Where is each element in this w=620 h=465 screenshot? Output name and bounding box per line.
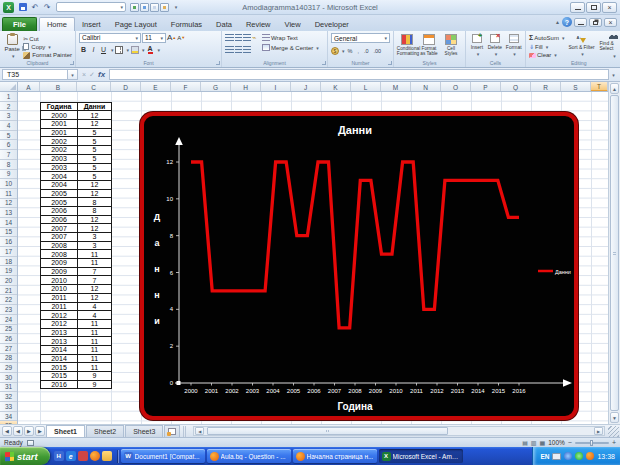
table-cell[interactable]: 11 bbox=[78, 354, 112, 363]
zoom-out-icon[interactable]: − bbox=[568, 439, 572, 446]
prev-sheet-icon[interactable]: ◀ bbox=[13, 426, 23, 436]
column-header-T[interactable]: T bbox=[591, 82, 608, 92]
format-painter-button[interactable]: Format Painter bbox=[23, 52, 72, 59]
row-header-11[interactable]: 11 bbox=[0, 189, 17, 199]
table-cell[interactable]: 8 bbox=[78, 206, 112, 215]
keyboard-icon[interactable] bbox=[552, 453, 561, 460]
percent-style-button[interactable]: % bbox=[346, 47, 355, 55]
row-header-16[interactable]: 16 bbox=[0, 237, 17, 247]
table-cell[interactable]: 2001 bbox=[41, 120, 78, 129]
table-cell[interactable]: 12 bbox=[78, 293, 112, 302]
resize-grip-icon[interactable] bbox=[608, 426, 619, 437]
table-cell[interactable]: 2006 bbox=[41, 215, 78, 224]
shrink-font-button[interactable]: A▼ bbox=[177, 35, 185, 41]
table-cell[interactable]: 11 bbox=[78, 250, 112, 259]
column-header-N[interactable]: N bbox=[411, 82, 441, 92]
column-header-F[interactable]: F bbox=[171, 82, 201, 92]
column-header-C[interactable]: C bbox=[77, 82, 111, 92]
sort-filter-button[interactable]: Sort & Filter ▾ bbox=[566, 33, 596, 59]
table-cell[interactable]: 5 bbox=[78, 154, 112, 163]
row-header-26[interactable]: 26 bbox=[0, 334, 17, 344]
row-header-15[interactable]: 15 bbox=[0, 228, 17, 238]
table-cell[interactable]: 3 bbox=[78, 241, 112, 250]
ribbon-tab-formulas[interactable]: Formulas bbox=[164, 17, 209, 31]
vertical-scrollbar[interactable]: ▲ ▼ bbox=[608, 82, 620, 424]
redo-button[interactable]: ↷ bbox=[41, 2, 53, 13]
table-cell[interactable]: 2002 bbox=[41, 137, 78, 146]
table-cell[interactable]: 2012 bbox=[41, 311, 78, 320]
ribbon-tab-page-layout[interactable]: Page Layout bbox=[108, 17, 164, 31]
taskbar-task[interactable]: WDocument1 [Compat... bbox=[121, 449, 205, 463]
row-header-3[interactable]: 3 bbox=[0, 111, 17, 121]
table-header-cell[interactable]: Година bbox=[41, 102, 78, 111]
table-cell[interactable]: 2010 bbox=[41, 285, 78, 294]
table-cell[interactable]: 11 bbox=[78, 319, 112, 328]
clock[interactable]: 13:38 bbox=[597, 453, 615, 460]
align-middle-icon[interactable] bbox=[235, 34, 242, 41]
table-cell[interactable]: 2003 bbox=[41, 154, 78, 163]
insert-cells-button[interactable]: Insert ▾ bbox=[469, 33, 485, 59]
align-bottom-icon[interactable] bbox=[243, 34, 251, 41]
sheet-tab-sheet3[interactable]: Sheet3 bbox=[125, 425, 163, 437]
file-tab[interactable]: File bbox=[2, 17, 37, 31]
clear-button[interactable]: Clear▾ bbox=[529, 51, 564, 59]
table-cell[interactable]: 2010 bbox=[41, 276, 78, 285]
ribbon-tab-review[interactable]: Review bbox=[239, 17, 278, 31]
tab-split-handle[interactable] bbox=[183, 426, 188, 437]
align-center-icon[interactable] bbox=[235, 46, 242, 53]
ribbon-tab-home[interactable]: Home bbox=[39, 17, 75, 31]
format-as-table-button[interactable]: Format as Table bbox=[419, 33, 439, 59]
column-header-O[interactable]: O bbox=[441, 82, 471, 92]
fill-color-button[interactable] bbox=[130, 45, 139, 55]
row-header-29[interactable]: 29 bbox=[0, 363, 17, 373]
table-cell[interactable]: 2012 bbox=[41, 319, 78, 328]
table-cell[interactable]: 2005 bbox=[41, 189, 78, 198]
table-cell[interactable]: 2011 bbox=[41, 293, 78, 302]
copy-button[interactable]: Copy▾ bbox=[23, 43, 72, 50]
scroll-down-icon[interactable]: ▼ bbox=[610, 412, 619, 423]
table-cell[interactable]: 4 bbox=[78, 302, 112, 311]
ribbon-tab-developer[interactable]: Developer bbox=[308, 17, 356, 31]
column-header-H[interactable]: H bbox=[231, 82, 261, 92]
underline-button[interactable]: U bbox=[99, 45, 108, 55]
zoom-slider-thumb[interactable] bbox=[590, 440, 593, 446]
row-header-25[interactable]: 25 bbox=[0, 325, 17, 335]
quick-launch-app-icon[interactable]: H bbox=[54, 451, 64, 461]
taskbar-task[interactable]: XMicrosoft Excel - Amo... bbox=[379, 449, 463, 463]
table-cell[interactable]: 5 bbox=[78, 172, 112, 181]
clipboard-dialog-launcher-icon[interactable] bbox=[70, 61, 74, 65]
row-header-23[interactable]: 23 bbox=[0, 305, 17, 315]
zoom-slider[interactable] bbox=[575, 442, 609, 444]
workbook-restore-button[interactable] bbox=[589, 18, 602, 27]
excel-app-icon[interactable]: X bbox=[3, 2, 14, 13]
table-cell[interactable]: 2013 bbox=[41, 337, 78, 346]
font-name-select[interactable]: Calibri▾ bbox=[79, 33, 141, 43]
table-cell[interactable]: 4 bbox=[78, 311, 112, 320]
alignment-dialog-launcher-icon[interactable] bbox=[322, 61, 326, 65]
horizontal-scrollbar[interactable]: ◀ ▶ bbox=[193, 426, 605, 436]
accounting-format-icon[interactable]: $ bbox=[331, 47, 339, 55]
table-cell[interactable]: 5 bbox=[78, 128, 112, 137]
table-cell[interactable]: 2015 bbox=[41, 363, 78, 372]
start-button[interactable]: start bbox=[0, 447, 50, 465]
view-page-layout-icon[interactable]: ▥ bbox=[531, 440, 537, 446]
decrease-decimal-button[interactable]: .00 bbox=[372, 47, 384, 55]
insert-worksheet-button[interactable] bbox=[164, 425, 180, 437]
view-page-break-icon[interactable]: ▦ bbox=[540, 440, 546, 446]
conditional-formatting-button[interactable]: Conditional Formatting bbox=[397, 33, 417, 59]
media-player-icon[interactable] bbox=[78, 451, 88, 461]
column-header-I[interactable]: I bbox=[261, 82, 291, 92]
table-cell[interactable]: 7 bbox=[78, 267, 112, 276]
internet-explorer-icon[interactable]: e bbox=[66, 451, 76, 461]
table-cell[interactable]: 2004 bbox=[41, 180, 78, 189]
save-button[interactable] bbox=[17, 2, 29, 13]
row-header-10[interactable]: 10 bbox=[0, 179, 17, 189]
tray-antivirus-icon[interactable] bbox=[575, 452, 583, 460]
wrap-text-button[interactable]: Wrap Text bbox=[262, 34, 319, 41]
row-header-1[interactable]: 1 bbox=[0, 92, 17, 102]
scroll-right-icon[interactable]: ▶ bbox=[594, 427, 603, 435]
table-cell[interactable]: 2011 bbox=[41, 302, 78, 311]
table-cell[interactable]: 2009 bbox=[41, 259, 78, 268]
bold-button[interactable]: B bbox=[79, 45, 88, 55]
italic-button[interactable]: I bbox=[89, 45, 98, 55]
